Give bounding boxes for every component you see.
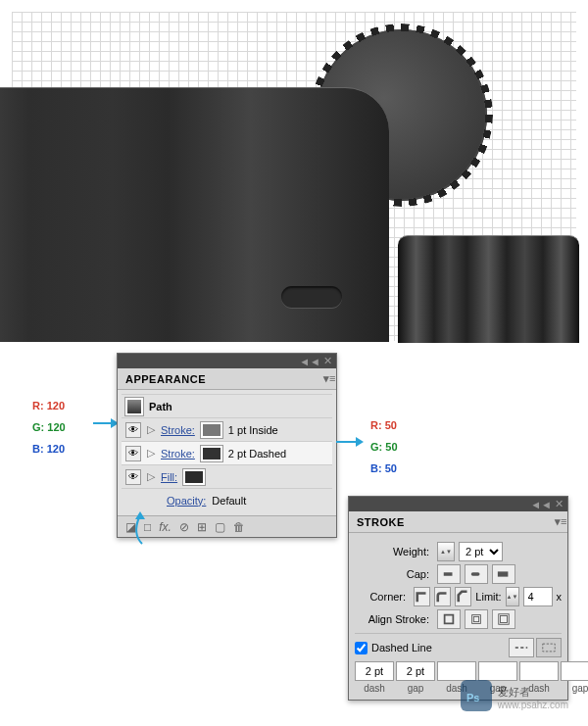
rgb-callout-2: R: 50 G: 50 B: 50: [370, 414, 398, 479]
arrow-stroke1: [93, 422, 111, 424]
align-outside-button[interactable]: [492, 609, 515, 629]
svg-marker-0: [135, 511, 145, 519]
dash-preserve-button[interactable]: [509, 638, 534, 657]
expand-icon[interactable]: ▷: [147, 423, 155, 436]
stroke-value: 1 pt Inside: [228, 424, 278, 436]
fx-button[interactable]: fx.: [159, 520, 172, 534]
stroke-swatch[interactable]: [201, 446, 222, 461]
limit-suffix: x: [557, 591, 563, 603]
watermark: Ps 爱好者 www.psahz.com: [461, 680, 568, 711]
svg-rect-1: [444, 572, 453, 576]
stroke-value: 2 pt Dashed: [228, 448, 286, 460]
align-label: Align Stroke:: [355, 613, 433, 625]
opacity-value: Default: [212, 495, 246, 507]
panel-title: STROKE: [357, 516, 405, 528]
corner-round-button[interactable]: [434, 587, 451, 606]
dashed-checkbox[interactable]: [355, 642, 368, 654]
svg-text:Ps: Ps: [466, 692, 479, 703]
weight-select[interactable]: 2 pt: [459, 542, 503, 561]
dashed-label: Dashed Line: [371, 642, 432, 653]
gap-input-2[interactable]: [478, 661, 517, 681]
corner-miter-button[interactable]: [414, 587, 430, 606]
dash-input-2[interactable]: [437, 661, 476, 681]
opacity-link[interactable]: Opacity:: [167, 495, 206, 507]
align-inside-button[interactable]: [465, 609, 488, 629]
panel-tabbar[interactable]: ◄◄ ✕: [349, 497, 567, 511]
expand-icon[interactable]: ▷: [147, 447, 155, 460]
duplicate-icon[interactable]: ⊞: [197, 520, 207, 534]
cap-label: Cap:: [355, 568, 433, 580]
artboard-canvas[interactable]: [12, 12, 576, 341]
svg-rect-3: [498, 571, 509, 576]
dashed-line-checkbox[interactable]: Dashed Line: [355, 642, 432, 654]
stroke-link[interactable]: Stroke:: [161, 424, 195, 436]
stroke-panel[interactable]: ◄◄ ✕ STROKE ▾≡ Weight: ▲▼ 2 pt Cap: Corn…: [348, 496, 568, 701]
gap-input-3[interactable]: [561, 661, 588, 681]
clear-icon[interactable]: ⊘: [179, 520, 189, 534]
svg-rect-6: [473, 616, 478, 621]
path-swatch: [125, 398, 143, 415]
panel-title: APPEARANCE: [125, 373, 206, 385]
arrow-stroke2: [336, 441, 356, 443]
cap-projecting-button[interactable]: [492, 564, 515, 584]
visibility-icon[interactable]: 👁: [125, 469, 141, 485]
panel-menu-icon[interactable]: ▾≡: [555, 515, 567, 528]
svg-rect-4: [445, 615, 454, 624]
stroke-swatch[interactable]: [201, 422, 222, 438]
collapse-icon[interactable]: ◄◄: [299, 356, 320, 367]
arrowhead-icon: [356, 437, 364, 447]
trash-icon[interactable]: 🗑: [233, 520, 245, 534]
dash-align-button[interactable]: [536, 638, 562, 657]
corner-bevel-button[interactable]: [455, 587, 471, 606]
cap-round-button[interactable]: [465, 564, 488, 584]
panel-menu-icon[interactable]: ▾≡: [323, 372, 336, 385]
fill-row[interactable]: 👁 ▷ Fill:: [122, 464, 332, 488]
visibility-icon[interactable]: 👁: [125, 422, 141, 438]
close-icon[interactable]: ✕: [555, 498, 564, 510]
corner-label: Corner:: [355, 591, 410, 603]
visibility-icon[interactable]: 👁: [125, 446, 141, 461]
gap-input-1[interactable]: [396, 661, 435, 681]
cap-butt-button[interactable]: [437, 564, 461, 584]
svg-rect-2: [471, 572, 480, 576]
new-icon[interactable]: ▢: [215, 520, 225, 534]
stroke-row-2-selected[interactable]: 👁 ▷ Stroke: 2 pt Dashed: [122, 441, 332, 464]
svg-rect-8: [501, 616, 508, 623]
align-center-button[interactable]: [437, 609, 461, 629]
panel-title-row[interactable]: APPEARANCE ▾≡: [118, 368, 336, 390]
path-row[interactable]: Path: [122, 394, 332, 417]
limit-stepper[interactable]: ▲▼: [506, 587, 519, 606]
fill-swatch[interactable]: [183, 469, 205, 485]
ps-logo-icon: Ps: [461, 680, 492, 711]
camera-button-slot: [281, 286, 342, 308]
dash-input-3[interactable]: [519, 661, 559, 681]
path-label: Path: [149, 401, 172, 412]
weight-stepper[interactable]: ▲▼: [437, 542, 455, 561]
dash-input-1[interactable]: [355, 661, 394, 681]
svg-rect-12: [543, 644, 555, 652]
collapse-icon[interactable]: ◄◄: [530, 499, 552, 510]
weight-label: Weight:: [355, 546, 433, 557]
limit-label: Limit:: [475, 591, 501, 603]
panel-tabbar[interactable]: ◄◄ ✕: [118, 354, 336, 368]
camera-lens: [398, 235, 579, 343]
close-icon[interactable]: ✕: [323, 355, 332, 367]
stroke-row-1[interactable]: 👁 ▷ Stroke: 1 pt Inside: [122, 417, 332, 441]
rgb-callout-1: R: 120 G: 120 B: 120: [32, 395, 66, 460]
fill-link[interactable]: Fill:: [161, 471, 177, 483]
limit-input[interactable]: [523, 587, 553, 606]
stroke-link[interactable]: Stroke:: [161, 448, 195, 460]
opacity-row[interactable]: Opacity: Default: [122, 488, 332, 511]
expand-icon[interactable]: ▷: [147, 470, 155, 483]
panel-title-row[interactable]: STROKE ▾≡: [349, 511, 567, 533]
arrow-new-stroke: [127, 509, 157, 549]
